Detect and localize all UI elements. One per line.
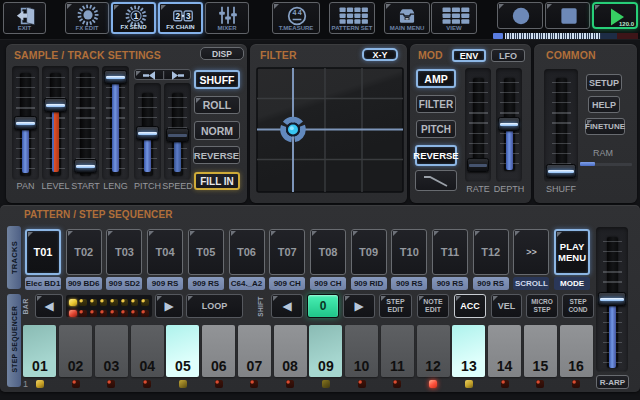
svg-text:2: 2 (175, 12, 180, 21)
svg-text:3: 3 (185, 12, 190, 21)
svg-text:4: 4 (292, 9, 296, 17)
svg-text:4: 4 (298, 9, 302, 17)
svg-text:1: 1 (133, 11, 138, 21)
